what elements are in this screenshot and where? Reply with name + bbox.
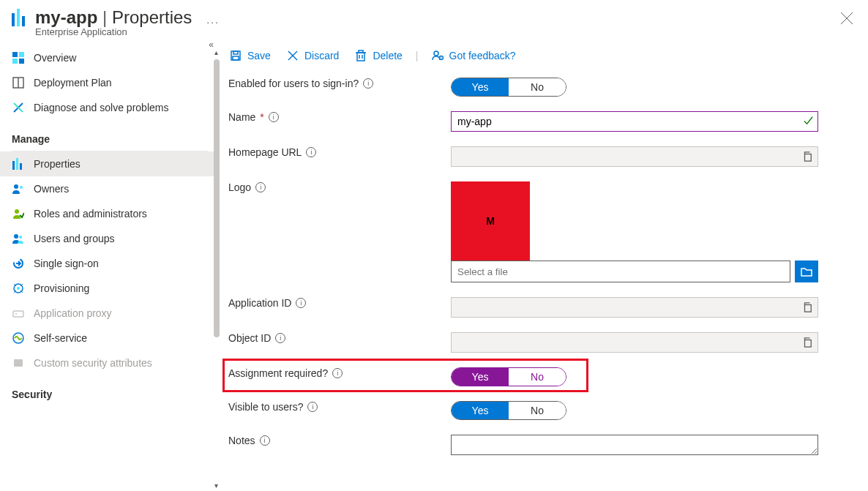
main-panel: Save Discard Delete | ? Got feedback? En… (220, 41, 868, 491)
svg-rect-39 (805, 154, 812, 162)
title-block: my-app | Properties Enterprise Applicati… (35, 7, 192, 37)
sidebar-item-diagnose[interactable]: Diagnose and solve problems (0, 95, 220, 120)
sidebar-label: Overview (34, 52, 76, 64)
svg-rect-8 (19, 59, 24, 64)
wrench-icon (12, 101, 25, 114)
save-label: Save (247, 50, 271, 61)
svg-rect-2 (22, 16, 25, 26)
checkmark-icon (803, 115, 814, 128)
sidebar-label: Provisioning (34, 282, 89, 294)
sidebar-label: Properties (34, 158, 81, 170)
discard-icon (287, 50, 299, 61)
close-button[interactable] (840, 12, 853, 27)
svg-rect-7 (12, 59, 18, 64)
sidebar-item-owners[interactable]: Owners (0, 176, 220, 201)
discard-label: Discard (304, 50, 339, 61)
copy-button[interactable] (797, 147, 818, 166)
svg-point-21 (17, 287, 20, 290)
svg-point-16 (15, 209, 19, 214)
info-icon[interactable]: i (307, 402, 318, 412)
svg-point-36 (434, 51, 438, 56)
toggle-no[interactable]: No (509, 78, 566, 96)
discard-button[interactable]: Discard (281, 47, 345, 64)
feedback-button[interactable]: ? Got feedback? (426, 47, 522, 64)
sidebar-item-sso[interactable]: Single sign-on (0, 251, 220, 276)
app-icon (12, 9, 26, 29)
page-subtitle: Enterprise Application (35, 26, 192, 37)
sidebar-label: Deployment Plan (34, 77, 112, 89)
book-icon (12, 76, 25, 89)
roles-icon (12, 207, 25, 220)
sidebar-item-roles[interactable]: Roles and administrators (0, 201, 220, 226)
svg-rect-12 (16, 158, 18, 170)
svg-point-18 (19, 236, 22, 239)
sidebar-item-users-groups[interactable]: Users and groups (0, 226, 220, 251)
scroll-down-icon[interactable]: ▾ (211, 481, 221, 491)
sidebar-label: Owners (34, 183, 69, 195)
logo-preview: M (451, 181, 530, 261)
svg-point-17 (14, 234, 18, 239)
sidebar-label: Roles and administrators (34, 208, 147, 220)
svg-rect-5 (12, 52, 18, 57)
homepage-label: Homepage URL (228, 146, 302, 158)
app-id-input[interactable] (452, 298, 797, 317)
app-id-field (451, 297, 818, 318)
toolbar: Save Discard Delete | ? Got feedback? (224, 41, 853, 70)
visible-toggle[interactable]: Yes No (451, 401, 566, 420)
object-id-input[interactable] (452, 333, 797, 352)
title-separator: | (102, 7, 112, 27)
save-button[interactable]: Save (224, 47, 277, 64)
file-input[interactable] (451, 261, 790, 282)
sidebar-heading-manage: Manage (12, 120, 208, 151)
svg-rect-13 (20, 163, 22, 170)
delete-button[interactable]: Delete (349, 47, 408, 64)
sidebar-heading-security: Security (0, 375, 220, 406)
info-icon[interactable]: i (260, 435, 270, 446)
sidebar-label: Users and groups (34, 233, 115, 244)
svg-point-15 (20, 186, 23, 189)
info-icon[interactable]: i (306, 147, 316, 157)
toggle-no[interactable]: No (509, 402, 566, 419)
toggle-yes[interactable]: Yes (452, 402, 509, 419)
app-name: my-app (35, 7, 97, 27)
sidebar-item-deployment[interactable]: Deployment Plan (0, 70, 220, 95)
info-icon[interactable]: i (255, 182, 266, 192)
browse-file-button[interactable] (795, 261, 818, 282)
info-icon[interactable]: i (275, 333, 285, 343)
overview-icon (12, 51, 25, 64)
svg-rect-0 (12, 13, 15, 26)
object-id-field (451, 332, 818, 353)
sidebar-label: Diagnose and solve problems (34, 102, 168, 113)
sidebar-item-app-proxy: Application proxy (0, 301, 220, 326)
users-icon (12, 232, 25, 245)
homepage-input[interactable] (452, 147, 797, 166)
info-icon[interactable]: i (296, 298, 306, 308)
toggle-yes[interactable]: Yes (452, 78, 509, 96)
sso-icon (12, 257, 25, 270)
sidebar-item-overview[interactable]: Overview (0, 45, 220, 70)
object-id-label: Object ID (228, 332, 271, 344)
sidebar-item-properties[interactable]: Properties (0, 151, 220, 176)
sidebar-item-custom-attrs: Custom security attributes (0, 351, 220, 375)
toolbar-separator: | (416, 50, 419, 61)
notes-textarea[interactable] (451, 435, 818, 455)
sidebar-label: Self-service (34, 332, 87, 344)
more-menu-icon[interactable]: ··· (206, 16, 220, 28)
feedback-icon: ? (432, 50, 444, 61)
info-icon[interactable]: i (269, 112, 279, 122)
sidebar-item-self-service[interactable]: Self-service (0, 326, 220, 351)
info-icon[interactable]: i (363, 78, 373, 89)
owners-icon (12, 182, 25, 195)
page-section: Properties (112, 7, 192, 27)
sidebar-label: Custom security attributes (34, 357, 152, 369)
highlight-annotation (222, 359, 588, 392)
svg-rect-22 (13, 311, 23, 317)
page-header: my-app | Properties Enterprise Applicati… (0, 0, 868, 41)
name-input[interactable] (451, 111, 818, 132)
scroll-up-icon[interactable]: ▴ (211, 48, 221, 59)
sidebar-item-provisioning[interactable]: Provisioning (0, 276, 220, 301)
enabled-toggle[interactable]: Yes No (451, 78, 566, 97)
copy-button[interactable] (797, 298, 818, 317)
copy-button[interactable] (797, 333, 818, 352)
scrollbar[interactable] (214, 59, 220, 337)
